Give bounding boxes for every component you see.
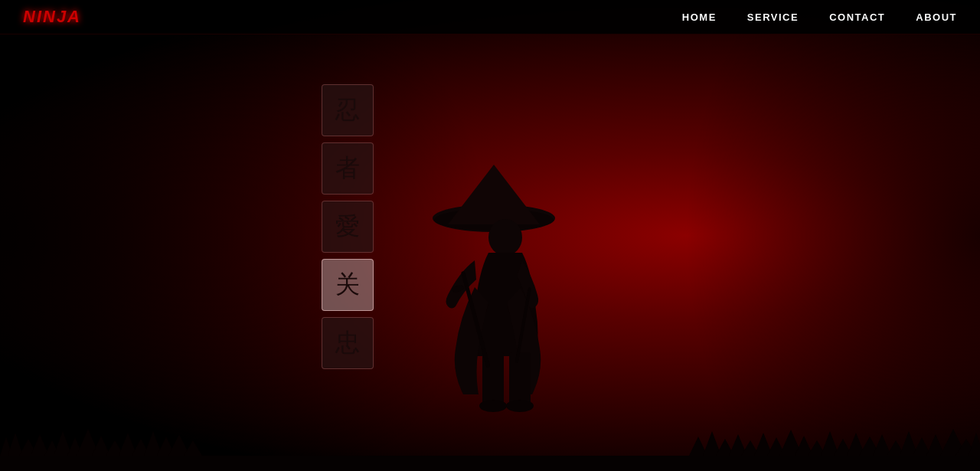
nav-link-home[interactable]: HOME xyxy=(682,11,717,23)
kanji-tiles-container: 忍 者 愛 关 忠 xyxy=(322,84,374,369)
kanji-tile-4[interactable]: 忠 xyxy=(322,317,374,369)
kanji-tile-3[interactable]: 关 xyxy=(322,259,374,311)
nav-item-service[interactable]: SERVICE xyxy=(747,10,799,24)
svg-marker-42 xyxy=(873,434,891,456)
svg-point-7 xyxy=(506,400,534,412)
svg-rect-5 xyxy=(509,352,531,406)
nav-link-about[interactable]: ABOUT xyxy=(916,11,957,23)
kanji-tile-2[interactable]: 愛 xyxy=(322,201,374,253)
svg-marker-13 xyxy=(8,433,23,456)
kanji-tile-1[interactable]: 者 xyxy=(322,142,374,195)
nav-link-contact[interactable]: CONTACT xyxy=(829,11,885,23)
nav-links: HOME SERVICE CONTACT ABOUT xyxy=(682,10,957,24)
kanji-tile-0[interactable]: 忍 xyxy=(322,84,374,136)
svg-point-3 xyxy=(488,219,522,256)
svg-rect-11 xyxy=(0,456,980,471)
nav-item-about[interactable]: ABOUT xyxy=(916,10,957,24)
svg-point-6 xyxy=(479,400,507,412)
svg-marker-2 xyxy=(448,165,540,224)
navbar: NINJA HOME SERVICE CONTACT ABOUT xyxy=(0,0,980,34)
nav-item-contact[interactable]: CONTACT xyxy=(829,10,885,24)
ninja-silhouette xyxy=(406,119,582,440)
svg-marker-49 xyxy=(969,433,980,456)
site-logo[interactable]: NINJA xyxy=(23,7,81,27)
svg-marker-27 xyxy=(184,440,202,456)
nav-link-service[interactable]: SERVICE xyxy=(747,11,799,23)
nav-item-home[interactable]: HOME xyxy=(682,10,717,24)
